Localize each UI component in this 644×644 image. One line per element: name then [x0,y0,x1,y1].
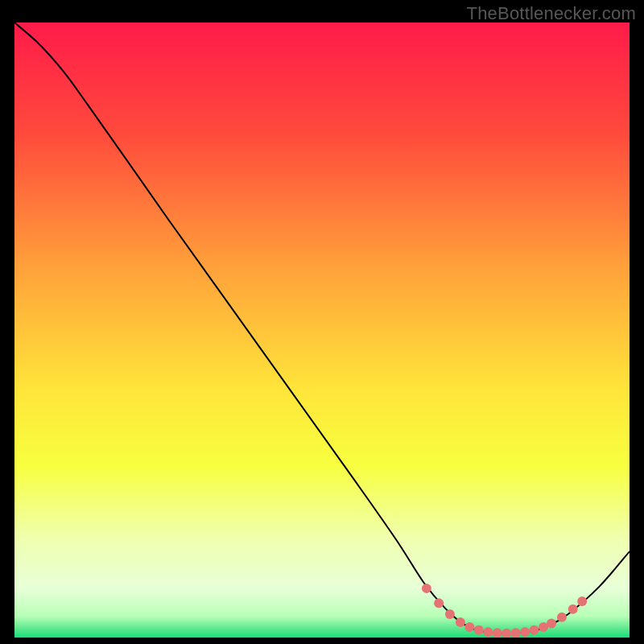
marker-dot [577,597,587,606]
marker-dot [530,625,539,635]
marker-dot [434,598,444,608]
marker-dot [520,627,530,637]
marker-dot [511,628,521,638]
marker-dot [568,605,578,614]
marker-dot [474,625,484,635]
marker-dot [456,617,465,627]
marker-dot [557,613,567,622]
marker-dot [445,609,455,619]
gradient-background [14,23,630,638]
marker-dot [422,584,431,593]
watermark-text: TheBottlenecker.com [467,3,636,24]
marker-dot [493,628,502,638]
marker-dot [547,618,556,628]
chart-stage: TheBottlenecker.com [0,0,644,644]
chart-svg [14,23,630,638]
marker-dot [483,627,493,637]
plot-area [14,23,630,638]
marker-dot [464,622,474,632]
